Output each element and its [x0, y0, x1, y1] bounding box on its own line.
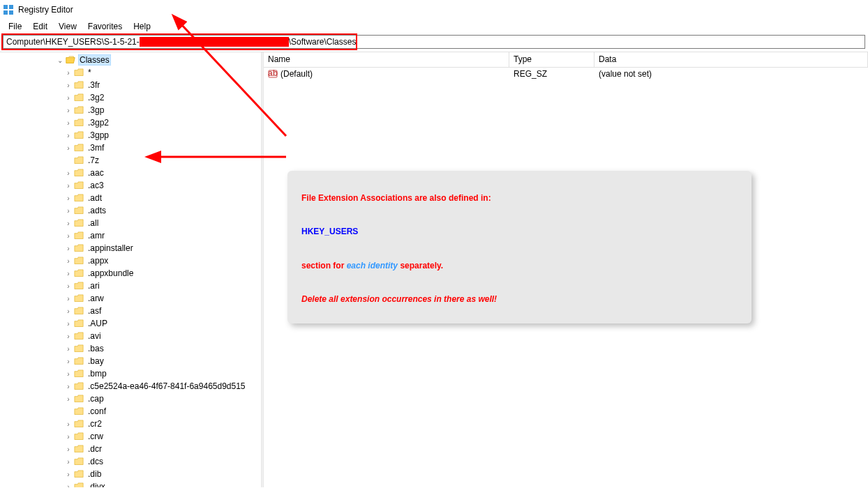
- chevron-right-icon[interactable]: ›: [64, 269, 73, 277]
- tree-label: .bmp: [87, 368, 108, 379]
- tree-label: .aac: [87, 167, 105, 178]
- chevron-right-icon[interactable]: ›: [64, 470, 73, 478]
- address-bar[interactable]: Computer\HKEY_USERS\S-1-5-21-\Software\C…: [3, 35, 865, 49]
- tree-node[interactable]: ›.ari: [0, 280, 261, 292]
- column-name[interactable]: Name: [264, 52, 509, 67]
- tree-node[interactable]: ›.ac3: [0, 179, 261, 192]
- chevron-right-icon[interactable]: ›: [64, 81, 73, 89]
- chevron-right-icon[interactable]: ›: [64, 382, 73, 390]
- tree-panel[interactable]: ⌄Classes›*›.3fr›.3g2›.3gp›.3gp2›.3gpp›.3…: [0, 52, 261, 487]
- tree-label: .AUP: [87, 318, 109, 329]
- menu-file[interactable]: File: [3, 20, 27, 33]
- tree-node[interactable]: ›.appx: [0, 254, 261, 267]
- folder-icon: [74, 282, 84, 290]
- tree-node[interactable]: ›.3gp2: [0, 116, 261, 129]
- chevron-right-icon[interactable]: ›: [64, 106, 73, 114]
- chevron-right-icon[interactable]: ›: [64, 231, 73, 240]
- tree-node[interactable]: ›.3gpp: [0, 129, 261, 142]
- chevron-right-icon[interactable]: ›: [64, 445, 73, 453]
- chevron-right-icon[interactable]: ›: [64, 131, 73, 139]
- tree-node[interactable]: ›.bay: [0, 355, 261, 367]
- chevron-right-icon[interactable]: ›: [64, 169, 73, 177]
- chevron-right-icon[interactable]: ›: [64, 395, 73, 403]
- tree-node[interactable]: ›.cr2: [0, 418, 261, 430]
- chevron-right-icon[interactable]: ›: [64, 144, 73, 152]
- chevron-right-icon[interactable]: ›: [64, 181, 73, 190]
- tree-node[interactable]: ›.avi: [0, 330, 261, 342]
- chevron-right-icon[interactable]: ›: [64, 319, 73, 328]
- svg-text:ab: ab: [268, 69, 278, 78]
- value-row[interactable]: ab(Default)REG_SZ(value not set): [264, 68, 868, 80]
- value-data: (value not set): [594, 69, 868, 79]
- chevron-right-icon[interactable]: ›: [64, 257, 73, 265]
- chevron-right-icon[interactable]: ›: [64, 282, 73, 290]
- tree-node[interactable]: ›.adts: [0, 204, 261, 217]
- chevron-right-icon[interactable]: ›: [64, 357, 73, 365]
- chevron-right-icon[interactable]: ›: [64, 219, 73, 227]
- folder-icon: [74, 294, 84, 303]
- tree-node[interactable]: ›.arw: [0, 292, 261, 305]
- chevron-right-icon[interactable]: ›: [64, 194, 73, 202]
- menu-favorites[interactable]: Favorites: [82, 20, 128, 33]
- chevron-right-icon[interactable]: ›: [64, 457, 73, 466]
- tree-node[interactable]: ›.bas: [0, 342, 261, 355]
- folder-icon: [74, 357, 84, 365]
- tree-label: .divx: [87, 481, 107, 487]
- chevron-right-icon[interactable]: ›: [64, 244, 73, 252]
- chevron-right-icon[interactable]: ›: [64, 369, 73, 378]
- tree-node[interactable]: ›.3gp: [0, 104, 261, 116]
- column-type[interactable]: Type: [509, 52, 594, 67]
- annotation-line1: File Extension Associations are also def…: [301, 193, 491, 203]
- tree-node[interactable]: ›.appinstaller: [0, 242, 261, 254]
- tree-node[interactable]: ›.dcr: [0, 443, 261, 455]
- tree-node[interactable]: ›.c5e2524a-ea46-4f67-841f-6a9465d9d515: [0, 380, 261, 392]
- chevron-right-icon[interactable]: ›: [64, 68, 73, 77]
- tree-node[interactable]: ›.divx: [0, 480, 261, 487]
- chevron-right-icon[interactable]: ›: [64, 206, 73, 215]
- tree-node[interactable]: ›.dcs: [0, 455, 261, 468]
- tree-node[interactable]: ›.dib: [0, 468, 261, 480]
- chevron-right-icon[interactable]: ›: [64, 307, 73, 315]
- tree-node[interactable]: ›.bmp: [0, 367, 261, 380]
- tree-node[interactable]: ›.3fr: [0, 79, 261, 91]
- window-title: Registry Editor: [18, 5, 73, 15]
- column-data[interactable]: Data: [594, 52, 868, 67]
- chevron-right-icon[interactable]: ›: [64, 294, 73, 303]
- tree-label: .avi: [87, 330, 103, 342]
- chevron-right-icon[interactable]: ›: [64, 93, 73, 102]
- menu-edit[interactable]: Edit: [27, 20, 53, 33]
- chevron-right-icon[interactable]: ›: [64, 432, 73, 441]
- chevron-right-icon[interactable]: ›: [64, 119, 73, 127]
- tree-node[interactable]: ›.aac: [0, 167, 261, 179]
- tree-node[interactable]: ›.7z: [0, 154, 261, 167]
- tree-node[interactable]: ›.asf: [0, 305, 261, 317]
- tree-node[interactable]: ›.adt: [0, 192, 261, 204]
- values-header: Name Type Data: [264, 52, 868, 68]
- menu-help[interactable]: Help: [128, 20, 156, 33]
- tree-label: .dib: [87, 468, 103, 480]
- chevron-right-icon[interactable]: ›: [64, 482, 73, 487]
- chevron-right-icon[interactable]: ›: [64, 420, 73, 428]
- tree-node[interactable]: ›.AUP: [0, 317, 261, 330]
- tree-node[interactable]: ›.appxbundle: [0, 267, 261, 280]
- tree-label: .cap: [87, 393, 105, 404]
- chevron-right-icon[interactable]: ›: [64, 344, 73, 353]
- chevron-right-icon[interactable]: ›: [64, 332, 73, 340]
- menu-view[interactable]: View: [53, 20, 82, 33]
- tree-node[interactable]: ›.conf: [0, 405, 261, 418]
- tree-node[interactable]: ›.cap: [0, 392, 261, 405]
- tree-node[interactable]: ›.all: [0, 217, 261, 229]
- tree-label: .adt: [87, 192, 103, 204]
- tree-node[interactable]: ›.3mf: [0, 142, 261, 154]
- chevron-down-icon[interactable]: ⌄: [56, 56, 64, 64]
- tree-node[interactable]: ›.amr: [0, 229, 261, 242]
- tree-label: .crw: [87, 431, 105, 442]
- tree-label: .7z: [87, 155, 100, 166]
- annotation-line2: HKEY_USERS: [301, 227, 358, 236]
- tree-node[interactable]: ›.crw: [0, 430, 261, 443]
- tree-node-classes[interactable]: ⌄Classes: [0, 54, 261, 66]
- tree-node[interactable]: ›*: [0, 66, 261, 79]
- folder-icon: [74, 470, 84, 478]
- tree-node[interactable]: ›.3g2: [0, 91, 261, 104]
- tree-label: .cr2: [87, 418, 103, 429]
